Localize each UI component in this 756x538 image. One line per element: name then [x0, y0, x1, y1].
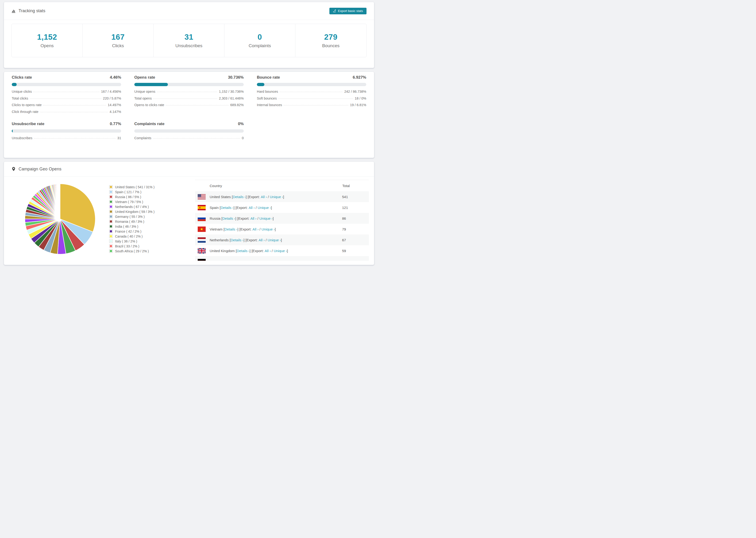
stat-label: Bounces — [322, 43, 340, 48]
export-unique-link[interactable]: Unique › — [270, 195, 283, 199]
legend-label: Netherlands ( 67 / 4% ) — [115, 205, 149, 209]
stat-cell-bounces: 279Bounces — [296, 24, 366, 57]
rates-card: Clicks rate4.46%Unique clicks167 / 4.456… — [4, 72, 374, 158]
page: Tracking stats Export basic stats 1,152O… — [0, 0, 378, 269]
total-column-header: Total — [342, 180, 369, 191]
rate-detail-label: Soft bounces — [257, 96, 277, 100]
stat-label: Opens — [41, 43, 54, 48]
table-row: Vietnam [Details ›] [Export: All › / Uni… — [195, 224, 369, 235]
legend-item: Italy ( 36 / 2% ) — [109, 239, 154, 243]
rate-detail-label: Total opens — [134, 96, 152, 100]
rate-block-clicks-rate: Clicks rate4.46%Unique clicks167 / 4.456… — [12, 75, 121, 116]
legend-label: Germany ( 55 / 3% ) — [115, 215, 145, 219]
link-punctuation: [ — [235, 249, 237, 253]
country-cell-inner: Spain [Details ›] [Export: All › / Uniqu… — [195, 205, 342, 210]
legend-item: Canada ( 40 / 2% ) — [109, 234, 154, 239]
legend-swatch — [109, 205, 113, 208]
legend-swatch — [109, 225, 113, 228]
link-punctuation: ] — [273, 216, 274, 220]
total-cell: 79 — [342, 224, 369, 235]
rate-head: Opens rate30.736% — [134, 75, 244, 81]
dotted-leader — [284, 105, 348, 105]
legend-item: India ( 46 / 3% ) — [109, 224, 154, 229]
tracking-stats-card: Tracking stats Export basic stats 1,152O… — [4, 2, 374, 68]
legend-label: India ( 46 / 3% ) — [115, 225, 138, 228]
details-link[interactable]: Details › — [231, 238, 243, 242]
export-all-link[interactable]: All › — [258, 238, 265, 242]
country-cell-inner: United Kingdom [Details ›] [Export: All … — [195, 248, 342, 253]
export-all-link[interactable]: All › — [261, 195, 267, 199]
rate-detail-value: 4.147% — [110, 110, 121, 114]
legend-swatch — [109, 244, 113, 248]
rate-progress-fill — [12, 129, 13, 133]
link-punctuation: ] [Export: — [243, 238, 258, 242]
geo-opens-title: Campaign Geo Opens — [19, 167, 62, 172]
rate-progress-bar — [12, 129, 121, 133]
bar-chart-icon — [12, 9, 16, 13]
country-name: United States — [210, 195, 231, 199]
flag-ru-icon — [198, 216, 206, 221]
legend-label: United Kingdom ( 59 / 3% ) — [115, 210, 154, 214]
rate-rows: Unique opens1,152 / 30.736%Total opens2,… — [134, 90, 244, 110]
link-punctuation: ] — [287, 249, 288, 253]
link-punctuation: ] [Export: — [245, 195, 261, 199]
stat-label: Complaints — [249, 43, 271, 48]
link-punctuation: / — [258, 227, 261, 231]
stat-cell-unsubscribes: 31Unsubscribes — [153, 24, 225, 57]
dotted-leader — [157, 92, 217, 92]
table-row: Russia [Details ›] [Export: All › / Uniq… — [195, 213, 369, 224]
geo-opens-header: Campaign Geo Opens — [4, 162, 374, 177]
rate-value: 0.77% — [110, 122, 121, 126]
total-cell: 121 — [342, 202, 369, 213]
link-punctuation: ] — [283, 195, 284, 199]
details-link[interactable]: Details › — [233, 195, 245, 199]
legend-item: Russia ( 86 / 5% ) — [109, 194, 154, 199]
legend-swatch — [109, 200, 113, 203]
link-punctuation: ] [Export: — [235, 216, 250, 220]
rate-detail-value: 220 / 5.87% — [103, 96, 121, 100]
rate-detail-label: Unsubscribes — [12, 136, 32, 140]
country-name: Russia — [210, 216, 220, 220]
rate-progress-fill — [134, 83, 168, 86]
rate-progress-bar — [257, 83, 366, 86]
export-all-link[interactable]: All › — [249, 206, 255, 210]
rate-detail-row: Total clicks220 / 5.87% — [12, 96, 121, 103]
table-row — [195, 256, 369, 261]
link-punctuation: ] — [281, 238, 282, 242]
rate-block-bounce-rate: Bounce rate6.927%Hard bounces242 / 86.73… — [257, 75, 366, 116]
link-punctuation: / — [256, 216, 259, 220]
export-all-link[interactable]: All › — [265, 249, 271, 253]
rate-value: 4.46% — [110, 75, 121, 80]
details-link[interactable]: Details › — [237, 249, 249, 253]
table-row: United Kingdom [Details ›] [Export: All … — [195, 245, 369, 256]
rate-detail-row: Total opens2,303 / 61.446% — [134, 96, 244, 103]
export-unique-link[interactable]: Unique › — [268, 238, 281, 242]
export-unique-link[interactable]: Unique › — [257, 206, 271, 210]
link-punctuation: ] [Export: — [234, 206, 249, 210]
country-cell-inner: United States [Details ›] [Export: All ›… — [195, 194, 342, 199]
country-cell-inner — [195, 259, 342, 261]
export-button-label: Export basic stats — [338, 9, 363, 13]
export-basic-stats-button[interactable]: Export basic stats — [329, 8, 366, 14]
rate-detail-row: Unique opens1,152 / 30.736% — [134, 90, 244, 96]
country-name: United Kingdom — [210, 249, 235, 253]
rate-detail-value: 19 / 6.81% — [350, 103, 366, 107]
legend-swatch — [109, 235, 113, 238]
country-cell: Vietnam [Details ›] [Export: All › / Uni… — [195, 224, 342, 235]
export-unique-link[interactable]: Unique › — [259, 216, 273, 220]
export-all-link[interactable]: All › — [250, 216, 256, 220]
details-link[interactable]: Details › — [225, 227, 237, 231]
dotted-leader — [34, 138, 116, 138]
rate-detail-label: Hard bounces — [257, 90, 278, 93]
details-link[interactable]: Details › — [222, 216, 235, 220]
legend-swatch — [109, 240, 113, 243]
geo-body: United States ( 541 / 31% )Spain ( 121 /… — [4, 177, 374, 265]
link-punctuation: [ — [223, 227, 225, 231]
export-unique-link[interactable]: Unique › — [261, 227, 275, 231]
export-all-link[interactable]: All › — [252, 227, 258, 231]
details-link[interactable]: Details › — [221, 206, 234, 210]
export-unique-link[interactable]: Unique › — [274, 249, 287, 253]
legend-item: Spain ( 121 / 7% ) — [109, 189, 154, 194]
tracking-stats-title: Tracking stats — [19, 9, 45, 13]
rate-detail-row: Complaints0 — [134, 136, 244, 143]
